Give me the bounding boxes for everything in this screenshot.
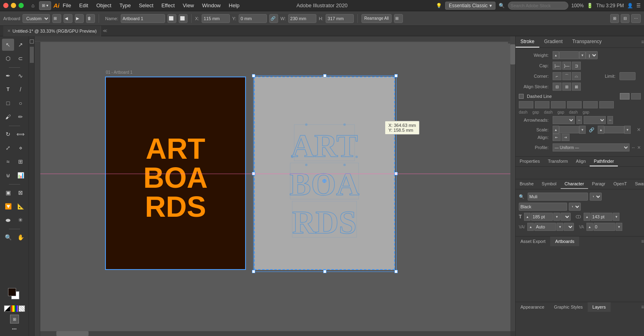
more-tools-btn[interactable]: ••• xyxy=(12,326,17,331)
avatar-icon[interactable]: 👤 xyxy=(627,3,633,8)
artboard-next-btn[interactable]: ▶ xyxy=(75,14,84,23)
alt-tracking-spin-up[interactable]: ▲ xyxy=(586,223,593,231)
pen-tool[interactable]: ✒ xyxy=(2,70,14,82)
tab-swatches[interactable]: Swatche xyxy=(631,179,644,189)
weight-spin-up[interactable]: ▲ xyxy=(553,51,559,59)
artboard-preset-select[interactable]: Custom xyxy=(23,14,50,23)
handle-bottom-left[interactable] xyxy=(252,270,255,273)
essentials-dropdown[interactable]: Essentials Classic ▾ xyxy=(445,2,495,10)
paintbrush-tool[interactable]: 🖌 xyxy=(2,111,14,123)
align-inside-btn[interactable]: ⊞ xyxy=(562,83,571,91)
artboard-h-input[interactable] xyxy=(326,14,354,23)
blob-brush-tool[interactable]: ✏ xyxy=(14,111,27,123)
eyedropper-tool[interactable]: 🔽 xyxy=(2,200,14,212)
menu-type[interactable]: Type xyxy=(116,2,134,9)
tab-gradient[interactable]: Gradient xyxy=(539,36,568,48)
dash-1-input[interactable] xyxy=(519,101,533,108)
align-right-btn[interactable]: ⇥ xyxy=(561,134,570,141)
scrollbar-thumb-v[interactable] xyxy=(510,44,515,64)
artboard-y-input[interactable] xyxy=(239,14,267,23)
tab-layers[interactable]: Layers xyxy=(588,302,611,312)
fullscreen-button[interactable] xyxy=(19,3,24,8)
menu-effect[interactable]: Effect xyxy=(158,2,178,9)
tab-close-icon[interactable]: ✕ xyxy=(7,29,10,33)
artboard-x-input[interactable] xyxy=(202,14,230,23)
artboard-prev-btn[interactable]: ◀ xyxy=(64,14,72,23)
tab-transparency[interactable]: Transparency xyxy=(568,36,607,48)
profile-select[interactable]: — Uniform — xyxy=(553,143,630,151)
arrowhead-end-flip-btn[interactable]: ↔ xyxy=(607,116,613,124)
scale-end-spin-down[interactable]: ▼ xyxy=(624,126,631,134)
arrowhead-start-select[interactable] xyxy=(553,116,575,124)
swatches-mini-btn[interactable] xyxy=(30,39,34,44)
profile-options-btn[interactable]: ✕ xyxy=(637,145,641,150)
menu-object[interactable]: Object xyxy=(93,2,115,9)
collapse-panels-btn[interactable]: ≪ xyxy=(103,28,107,33)
tracking-spin-down[interactable]: ▼ xyxy=(557,223,563,231)
gap-2-input[interactable] xyxy=(567,101,582,108)
curvature-tool[interactable]: ∿ xyxy=(14,70,27,82)
dash-style-2-btn[interactable] xyxy=(631,93,641,100)
reshape-tool[interactable]: ⋄ xyxy=(14,142,27,154)
round-cap-btn[interactable]: )— xyxy=(562,62,571,70)
free-transform-tool[interactable]: ⊞ xyxy=(14,156,27,168)
close-button[interactable] xyxy=(3,3,8,8)
blend-tool[interactable]: ⬬ xyxy=(2,214,14,226)
gap-3-input[interactable] xyxy=(599,101,614,108)
gradient-indicator[interactable] xyxy=(11,305,18,312)
font-size-spin-down[interactable]: ▼ xyxy=(553,213,560,221)
warp-tool[interactable]: ≈ xyxy=(2,156,14,168)
arrowhead-start-flip-btn[interactable]: ↔ xyxy=(576,116,582,124)
tab-character[interactable]: Character xyxy=(561,179,588,189)
tab-artboards[interactable]: Artboards xyxy=(550,236,579,246)
swatch-stack[interactable] xyxy=(8,288,21,301)
artboard-name-input[interactable] xyxy=(121,14,165,23)
artboard-landscape-btn[interactable]: ⬜ xyxy=(167,14,176,23)
symbol-tool[interactable]: ✳ xyxy=(14,214,27,226)
arrowhead-end-select[interactable] xyxy=(584,116,606,124)
font-size-input[interactable] xyxy=(531,213,553,221)
projecting-cap-btn[interactable]: ⊐ xyxy=(572,62,581,70)
pattern-indicator[interactable] xyxy=(19,305,25,312)
gradient-tool[interactable]: ▣ xyxy=(2,187,14,199)
lightbulb-icon[interactable]: 💡 xyxy=(436,3,442,8)
tab-stroke[interactable]: Stroke xyxy=(516,36,539,48)
hand-tool[interactable]: ✋ xyxy=(14,231,27,243)
ellipse-tool[interactable]: ○ xyxy=(14,97,27,109)
none-indicator[interactable] xyxy=(4,305,10,312)
fg-color-swatch[interactable] xyxy=(8,288,16,296)
rearrange-grid-btn[interactable]: ⊞ xyxy=(394,14,403,23)
rearrange-all-button[interactable]: Rearrange All xyxy=(361,14,392,23)
alt-tracking-spin-down[interactable]: ▼ xyxy=(616,223,622,231)
lasso-tool[interactable]: ⊂ xyxy=(14,52,27,64)
menu-edit[interactable]: Edit xyxy=(76,2,91,9)
font-style-dropdown[interactable]: ▾ xyxy=(569,203,581,211)
rotate-tool[interactable]: ↻ xyxy=(2,128,14,140)
shape-builder-tool[interactable]: ⊎ xyxy=(2,169,14,181)
weight-unit-select[interactable]: pt xyxy=(586,51,598,59)
artboard-w-input[interactable] xyxy=(288,14,316,23)
magic-wand-tool[interactable]: ⬡ xyxy=(2,52,14,64)
align-left-btn[interactable]: ⇤ xyxy=(553,134,561,141)
dash-style-1-btn[interactable] xyxy=(620,93,630,100)
asset-export-overflow[interactable]: ≡ xyxy=(641,236,644,246)
round-corner-btn[interactable]: ⌒ xyxy=(562,72,571,80)
handle-top-right[interactable] xyxy=(394,74,398,77)
line-tool[interactable]: / xyxy=(14,83,27,95)
scale-tool[interactable]: ⤢ xyxy=(2,142,14,154)
direct-selection-tool[interactable]: ↗ xyxy=(14,39,27,51)
arrange-grid-btn[interactable]: ⊞ xyxy=(610,14,619,23)
tab-brushes[interactable]: Brushe xyxy=(516,179,538,189)
menu-help[interactable]: Help xyxy=(225,2,243,9)
tab-transform[interactable]: Transform xyxy=(544,157,572,166)
menu-view[interactable]: View xyxy=(180,2,197,9)
tab-graphic-styles[interactable]: Graphic Styles xyxy=(549,302,588,312)
stroke-panel-overflow[interactable]: ≡ xyxy=(641,36,644,48)
font-size-dropdown[interactable]: ▾ xyxy=(560,213,571,221)
dashed-checkbox[interactable] xyxy=(519,94,524,99)
selection-tool[interactable]: ↖ xyxy=(2,39,14,51)
align-center-btn[interactable]: ⊟ xyxy=(553,83,561,91)
font-family-dropdown[interactable]: ▾ xyxy=(590,193,602,201)
tab-align[interactable]: Align xyxy=(572,157,590,166)
tab-pathfinder[interactable]: Pathfinder xyxy=(590,157,618,166)
